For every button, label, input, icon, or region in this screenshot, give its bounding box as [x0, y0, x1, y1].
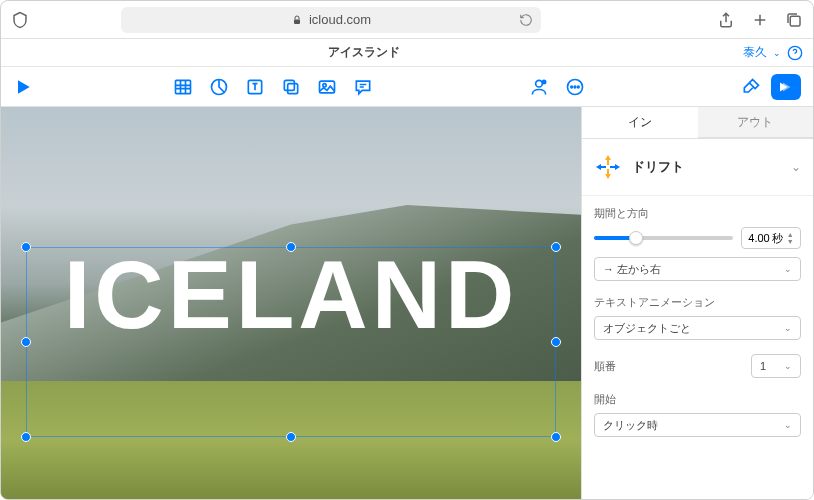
svg-point-14 [574, 86, 576, 88]
resize-handle[interactable] [21, 432, 31, 442]
comment-icon[interactable] [353, 77, 373, 97]
order-section: 順番 1 ⌄ [582, 344, 813, 382]
start-select[interactable]: クリック時 ⌄ [594, 413, 801, 437]
more-icon[interactable] [565, 77, 585, 97]
inspector-panel: イン アウト ドリフト ⌄ 期間と方向 [581, 107, 813, 499]
direction-select[interactable]: → 左から右 ⌄ [594, 257, 801, 281]
selection-outline [26, 247, 556, 437]
privacy-shield-icon[interactable] [11, 11, 29, 29]
svg-point-10 [536, 80, 543, 87]
duration-slider[interactable] [594, 236, 733, 240]
text-anim-select[interactable]: オブジェクトごと ⌄ [594, 316, 801, 340]
lock-icon [291, 14, 303, 26]
play-button[interactable] [13, 77, 33, 97]
start-label: 開始 [594, 392, 801, 407]
document-title: アイスランド [328, 44, 400, 61]
share-icon[interactable] [717, 11, 735, 29]
effect-selector[interactable]: ドリフト ⌄ [582, 139, 813, 196]
svg-rect-3 [176, 80, 191, 93]
svg-rect-0 [294, 19, 300, 24]
slider-thumb[interactable] [629, 231, 643, 245]
chart-icon[interactable] [209, 77, 229, 97]
document-title-bar: アイスランド 泰久 ⌄ [1, 39, 813, 67]
svg-rect-1 [790, 16, 800, 26]
slide-canvas[interactable]: ICELAND [1, 107, 581, 499]
url-text: icloud.com [309, 12, 371, 27]
user-name: 泰久 [743, 44, 767, 61]
media-icon[interactable] [317, 77, 337, 97]
resize-handle[interactable] [21, 337, 31, 347]
resize-handle[interactable] [551, 337, 561, 347]
resize-handle[interactable] [551, 432, 561, 442]
effect-name: ドリフト [632, 158, 781, 176]
chevron-down-icon: ⌄ [791, 160, 801, 174]
svg-rect-7 [284, 80, 294, 90]
collaborate-icon[interactable] [529, 77, 549, 97]
chevron-down-icon: ⌄ [773, 48, 781, 58]
resize-handle[interactable] [551, 242, 561, 252]
browser-toolbar: icloud.com [1, 1, 813, 39]
svg-point-9 [323, 83, 326, 86]
animate-icon [777, 78, 795, 96]
duration-stepper[interactable]: ▲▼ [787, 231, 794, 245]
chevron-down-icon: ⌄ [784, 323, 792, 333]
address-bar[interactable]: icloud.com [121, 7, 541, 33]
duration-input[interactable]: 4.00 秒 ▲▼ [741, 227, 801, 249]
order-select[interactable]: 1 ⌄ [751, 354, 801, 378]
start-section: 開始 クリック時 ⌄ [582, 382, 813, 441]
text-icon[interactable] [245, 77, 265, 97]
text-animation-section: テキストアニメーション オブジェクトごと ⌄ [582, 285, 813, 344]
resize-handle[interactable] [286, 432, 296, 442]
user-menu[interactable]: 泰久 ⌄ [743, 44, 803, 61]
shape-icon[interactable] [281, 77, 301, 97]
drift-icon [594, 153, 622, 181]
svg-point-15 [578, 86, 580, 88]
chevron-down-icon: ⌄ [784, 264, 792, 274]
refresh-icon[interactable] [519, 13, 533, 27]
svg-point-13 [571, 86, 573, 88]
tab-build-in[interactable]: イン [582, 107, 698, 138]
animate-button[interactable] [771, 74, 801, 100]
format-tools [741, 74, 801, 100]
tabs-icon[interactable] [785, 11, 803, 29]
duration-section: 期間と方向 4.00 秒 ▲▼ → 左から右 ⌄ [582, 196, 813, 285]
duration-label: 期間と方向 [594, 206, 801, 221]
table-icon[interactable] [173, 77, 193, 97]
app-toolbar [1, 67, 813, 107]
order-label: 順番 [594, 359, 743, 374]
resize-handle[interactable] [286, 242, 296, 252]
main-area: ICELAND イン アウト ドリフト [1, 107, 813, 499]
format-brush-icon[interactable] [741, 77, 761, 97]
chevron-down-icon: ⌄ [784, 420, 792, 430]
new-tab-icon[interactable] [751, 11, 769, 29]
insert-tools [173, 77, 373, 97]
svg-rect-6 [288, 83, 298, 93]
selected-text-box[interactable]: ICELAND [26, 247, 556, 437]
inspector-tabs: イン アウト [582, 107, 813, 139]
tab-build-out[interactable]: アウト [698, 107, 814, 138]
resize-handle[interactable] [21, 242, 31, 252]
collab-tools [529, 77, 585, 97]
chevron-down-icon: ⌄ [784, 361, 792, 371]
help-icon[interactable] [787, 45, 803, 61]
text-anim-label: テキストアニメーション [594, 295, 801, 310]
